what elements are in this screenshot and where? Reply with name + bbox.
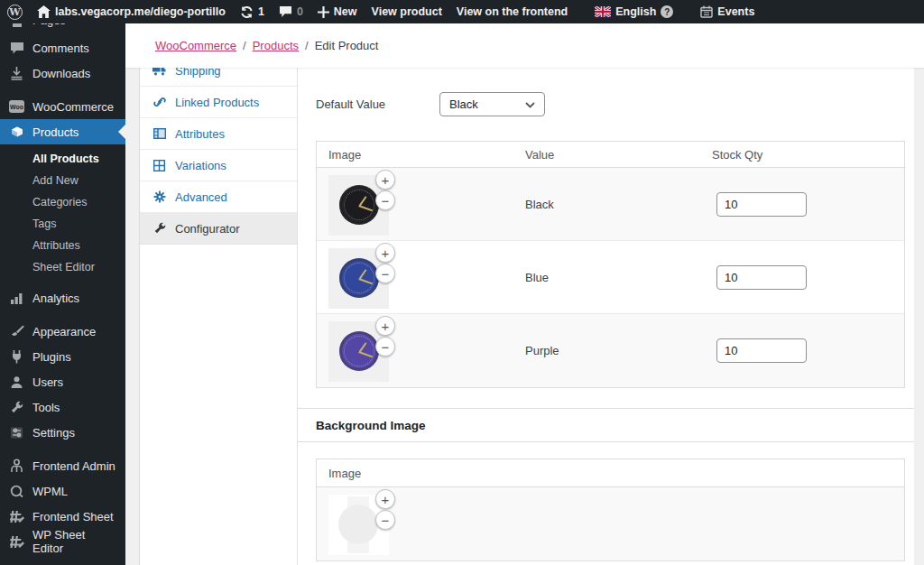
sidebar-item-wpml[interactable]: WPML <box>0 478 125 504</box>
site-name: labs.vegacorp.me/diego-portillo <box>55 5 226 18</box>
submenu-tags[interactable]: Tags <box>0 213 125 235</box>
add-image-button[interactable]: + <box>375 243 395 263</box>
chevron-down-icon <box>525 97 535 111</box>
sidebar-item-appearance[interactable]: Appearance <box>0 319 125 344</box>
background-image-row: + − <box>317 487 904 560</box>
comment-bubble-icon <box>279 5 292 18</box>
tab-shipping[interactable]: Shipping <box>140 68 297 87</box>
analytics-icon <box>9 291 24 306</box>
variant-row-black: + − Black <box>317 168 904 241</box>
comments-link[interactable]: 0 <box>272 0 310 23</box>
submenu-all-products[interactable]: All Products <box>0 148 125 170</box>
wp-logo-menu[interactable]: W <box>0 0 30 23</box>
tab-advanced[interactable]: Advanced <box>140 181 297 213</box>
stock-qty-input[interactable] <box>716 338 807 363</box>
attributes-icon <box>152 127 166 141</box>
breadcrumb-products-link[interactable]: Products <box>253 39 299 52</box>
remove-image-button[interactable]: − <box>375 190 395 210</box>
language-switcher[interactable]: English ? <box>587 0 680 23</box>
default-value-selected: Black <box>449 97 478 111</box>
stock-qty-input[interactable] <box>716 192 807 217</box>
sidebar-item-products[interactable]: Products <box>0 119 125 144</box>
remove-image-button[interactable]: − <box>375 264 395 283</box>
add-image-button[interactable]: + <box>375 316 395 336</box>
admin-bar: W labs.vegacorp.me/diego-portillo 1 0 Ne… <box>0 0 924 23</box>
site-name-link[interactable]: labs.vegacorp.me/diego-portillo <box>30 0 233 23</box>
variants-table-header: Image Value Stock Qty <box>317 142 904 168</box>
sidebar-item-downloads[interactable]: Downloads <box>0 60 125 86</box>
tab-configurator[interactable]: Configurator <box>140 213 297 245</box>
add-image-button[interactable]: + <box>375 170 395 190</box>
default-value-select[interactable]: Black <box>439 92 545 116</box>
breadcrumb-current: Edit Product <box>315 39 379 52</box>
variant-row-blue: + − Blue <box>317 241 904 314</box>
sidebar-item-frontend-sheet[interactable]: Frontend Sheet <box>0 504 125 529</box>
downloads-icon <box>9 66 24 81</box>
watch-image-blue <box>339 258 379 298</box>
admin-sidebar: Pages Comments Downloads Woo WooCommerce <box>0 23 125 565</box>
new-content-menu[interactable]: New <box>310 0 365 23</box>
updates-count: 1 <box>258 5 264 18</box>
remove-image-button[interactable]: − <box>375 337 395 357</box>
tools-wrench-icon <box>9 400 24 415</box>
variant-image-black: + − <box>328 175 389 236</box>
sidebar-item-woocommerce[interactable]: Woo WooCommerce <box>0 94 125 119</box>
variant-value: Purple <box>525 344 559 357</box>
variant-image-blue: + − <box>328 248 389 309</box>
variant-image-purple: + − <box>328 321 389 382</box>
variant-row-purple: + − Purple <box>317 314 904 387</box>
language-label: English <box>615 5 656 18</box>
wordpress-logo-icon: W <box>7 5 23 20</box>
sidebar-item-wp-sheet-editor[interactable]: WP Sheet Editor <box>0 529 125 554</box>
breadcrumb-bar: WooCommerce / Products / Edit Product <box>125 23 924 68</box>
sidebar-item-pages[interactable]: Pages <box>0 23 125 35</box>
updates-link[interactable]: 1 <box>233 0 272 23</box>
events-menu[interactable]: Events <box>693 0 762 23</box>
variants-table: Image Value Stock Qty + − Black <box>316 141 905 388</box>
tab-attributes[interactable]: Attributes <box>140 118 297 150</box>
submenu-sheet-editor[interactable]: Sheet Editor <box>0 256 125 278</box>
sidebar-item-settings[interactable]: Settings <box>0 420 125 445</box>
users-icon <box>9 375 24 390</box>
tab-variations[interactable]: Variations <box>140 150 297 181</box>
sidebar-item-frontend-admin[interactable]: Frontend Admin <box>0 453 125 478</box>
background-image-section-title: Background Image <box>298 408 914 442</box>
stock-qty-input[interactable] <box>716 265 807 290</box>
view-frontend-link[interactable]: View on the frontend <box>449 0 575 23</box>
sidebar-item-users[interactable]: Users <box>0 369 125 394</box>
background-image-table-header: Image <box>317 459 904 487</box>
breadcrumb-woocommerce-link[interactable]: WooCommerce <box>155 39 236 52</box>
add-image-button[interactable]: + <box>375 489 395 509</box>
default-value-label: Default Value <box>316 97 439 111</box>
sidebar-item-plugins[interactable]: Plugins <box>0 344 125 369</box>
sidebar-item-analytics[interactable]: Analytics <box>0 285 125 310</box>
view-product-link[interactable]: View product <box>365 0 449 23</box>
updates-icon <box>240 5 254 19</box>
sidebar-item-comments[interactable]: Comments <box>0 35 125 60</box>
calendar-icon <box>700 5 713 18</box>
configurator-content: Default Value Black Image Value Stock Qt… <box>298 68 914 565</box>
sidebar-item-tools[interactable]: Tools <box>0 394 125 420</box>
product-data-tab-panel: Shipping Linked Products <box>140 68 298 565</box>
remove-image-button[interactable]: − <box>375 510 395 530</box>
background-image-table: Image + − <box>316 458 905 561</box>
comments-count: 0 <box>297 5 303 18</box>
products-icon <box>9 125 24 140</box>
plugins-icon <box>9 349 24 365</box>
submenu-attributes[interactable]: Attributes <box>0 235 125 256</box>
comments-icon <box>9 41 24 56</box>
plus-icon <box>318 6 329 18</box>
woocommerce-icon: Woo <box>9 99 24 115</box>
home-icon <box>37 5 51 18</box>
products-submenu: All Products Add New Categories Tags Att… <box>0 144 125 285</box>
tab-linked-products[interactable]: Linked Products <box>140 87 297 118</box>
appearance-brush-icon <box>9 324 24 339</box>
variant-value: Black <box>525 198 554 211</box>
frontend-admin-icon <box>9 458 24 474</box>
submenu-categories[interactable]: Categories <box>0 191 125 213</box>
submenu-add-new[interactable]: Add New <box>0 170 125 191</box>
new-label: New <box>334 5 357 18</box>
language-help-icon[interactable]: ? <box>661 5 673 18</box>
variations-grid-icon <box>152 159 166 172</box>
configurator-wrench-icon <box>152 222 166 236</box>
